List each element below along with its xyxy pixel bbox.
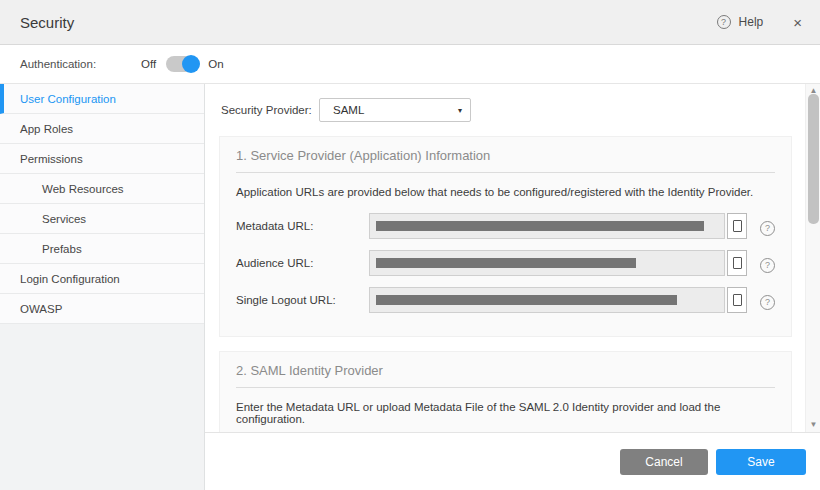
metadata-url-label: Metadata URL: <box>236 220 369 232</box>
clipboard-icon <box>733 220 742 232</box>
titlebar-actions: ? Help × <box>717 15 802 30</box>
section-heading: 1. Service Provider (Application) Inform… <box>236 148 775 173</box>
security-provider-label: Security Provider: <box>221 104 319 116</box>
clipboard-icon <box>733 294 742 306</box>
copy-icon[interactable] <box>727 250 747 276</box>
dialog-body: User Configuration App Roles Permissions… <box>0 84 820 490</box>
authentication-label: Authentication: <box>20 58 96 70</box>
sidebar-item-web-resources[interactable]: Web Resources <box>0 174 204 204</box>
toggle-knob <box>182 55 200 73</box>
audience-url-label: Audience URL: <box>236 257 369 269</box>
main-column: Security Provider: SAML ▾ 1. Service Pro… <box>205 84 820 490</box>
sidebar-item-user-configuration[interactable]: User Configuration <box>0 84 204 114</box>
help-icon: ? <box>760 258 775 273</box>
sidebar-item-prefabs[interactable]: Prefabs <box>0 234 204 264</box>
copy-icon[interactable] <box>727 213 747 239</box>
settings-content: Security Provider: SAML ▾ 1. Service Pro… <box>205 84 805 432</box>
sidebar-item-login-configuration[interactable]: Login Configuration <box>0 264 204 294</box>
audience-url-help[interactable]: ? <box>760 254 775 273</box>
authentication-toggle[interactable] <box>166 56 198 72</box>
toggle-off-label: Off <box>141 58 156 70</box>
cancel-button[interactable]: Cancel <box>620 449 708 475</box>
clipboard-icon <box>733 257 742 269</box>
toggle-on-label: On <box>208 58 223 70</box>
audience-url-row: Audience URL: ? <box>236 250 775 276</box>
single-logout-url-label: Single Logout URL: <box>236 294 369 306</box>
metadata-url-help[interactable]: ? <box>760 217 775 236</box>
section-heading: 2. SAML Identity Provider <box>236 363 775 388</box>
help-icon[interactable]: ? <box>717 15 731 29</box>
help-icon: ? <box>760 221 775 236</box>
security-provider-select[interactable]: SAML ▾ <box>319 98 471 122</box>
security-dialog: Security ? Help × Authentication: Off On… <box>0 0 820 490</box>
chevron-down-icon: ▾ <box>458 106 462 115</box>
section-description: Enter the Metadata URL or upload Metadat… <box>236 401 775 425</box>
close-icon[interactable]: × <box>793 15 802 30</box>
save-button[interactable]: Save <box>716 449 806 475</box>
copy-icon[interactable] <box>727 287 747 313</box>
help-icon: ? <box>760 295 775 310</box>
metadata-url-field[interactable] <box>369 213 725 239</box>
scrollbar-thumb[interactable] <box>808 94 819 224</box>
section-saml-identity-provider: 2. SAML Identity Provider Enter the Meta… <box>219 351 792 432</box>
section-description: Application URLs are provided below that… <box>236 186 775 198</box>
url-fields: Metadata URL: ? Audience URL: <box>236 213 775 313</box>
sidebar-item-permissions[interactable]: Permissions <box>0 144 204 174</box>
metadata-url-row: Metadata URL: ? <box>236 213 775 239</box>
security-provider-row: Security Provider: SAML ▾ <box>221 98 792 122</box>
help-link[interactable]: Help <box>739 15 764 29</box>
section-service-provider-info: 1. Service Provider (Application) Inform… <box>219 136 792 337</box>
settings-sidebar: User Configuration App Roles Permissions… <box>0 84 205 490</box>
redacted-value <box>376 295 677 305</box>
security-provider-value: SAML <box>333 104 458 116</box>
dialog-footer: Cancel Save <box>205 432 820 490</box>
single-logout-url-row: Single Logout URL: ? <box>236 287 775 313</box>
page-title: Security <box>20 14 74 31</box>
redacted-value <box>376 221 704 231</box>
vertical-scrollbar[interactable]: ▲ ▼ <box>805 84 820 432</box>
authentication-bar: Authentication: Off On <box>0 45 820 84</box>
scroll-down-icon[interactable]: ▼ <box>806 418 820 432</box>
sidebar-item-owasp[interactable]: OWASP <box>0 294 204 324</box>
single-logout-url-help[interactable]: ? <box>760 291 775 310</box>
dialog-titlebar: Security ? Help × <box>0 0 820 45</box>
sidebar-item-app-roles[interactable]: App Roles <box>0 114 204 144</box>
single-logout-url-field[interactable] <box>369 287 725 313</box>
audience-url-field[interactable] <box>369 250 725 276</box>
redacted-value <box>376 258 636 268</box>
sidebar-item-services[interactable]: Services <box>0 204 204 234</box>
settings-scroll-area: Security Provider: SAML ▾ 1. Service Pro… <box>205 84 820 432</box>
